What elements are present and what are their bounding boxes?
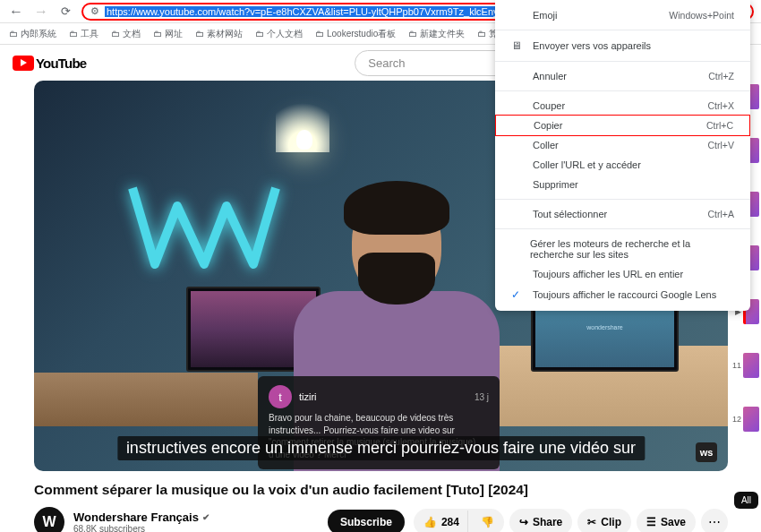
check-icon: ✓ <box>511 288 524 301</box>
bookmark-item[interactable]: 🗀Lookerstudio看板 <box>315 28 396 40</box>
comment-author: tiziri <box>299 391 467 402</box>
menu-show-full-url[interactable]: Toujours afficher les URL en entier <box>495 264 750 284</box>
action-buttons: 👍284 👎 ↪Share ✂Clip ☰Save ⋯ <box>414 509 728 532</box>
menu-send-devices[interactable]: 🖥Envoyer vers vos appareils <box>495 35 750 56</box>
dislike-button[interactable]: 👎 <box>473 511 504 532</box>
folder-icon: 🗀 <box>69 29 78 39</box>
reload-button[interactable]: ⟳ <box>57 4 74 18</box>
comment-avatar: t <box>269 385 292 408</box>
channel-name[interactable]: Wondershare Français✔ <box>73 511 319 524</box>
back-button[interactable]: ← <box>7 4 25 20</box>
comment-time: 13 j <box>475 392 489 402</box>
thumbs-up-icon: 👍 <box>423 516 437 528</box>
folder-icon: 🗀 <box>9 29 18 39</box>
menu-separator <box>495 199 750 200</box>
youtube-play-icon <box>13 56 34 71</box>
channel-info: Wondershare Français✔ 68.8K subscribers <box>73 511 319 532</box>
filter-chip-all[interactable]: All <box>734 492 758 509</box>
folder-icon: 🗀 <box>111 29 120 39</box>
caption: instructives encore un immense merci pou… <box>117 436 645 460</box>
folder-icon: 🗀 <box>408 29 417 39</box>
menu-separator <box>495 30 750 30</box>
scissors-icon: ✂ <box>587 516 596 528</box>
folder-icon: 🗀 <box>195 29 204 39</box>
menu-separator <box>495 228 750 229</box>
bookmark-item[interactable]: 🗀个人文档 <box>255 28 303 40</box>
meta-row: W Wondershare Français✔ 68.8K subscriber… <box>34 507 728 532</box>
subscriber-count: 68.8K subscribers <box>73 524 319 532</box>
folder-icon: 🗀 <box>153 29 162 39</box>
thumbs-down-icon: 👎 <box>481 516 494 528</box>
bookmark-item[interactable]: 🗀内郎系統 <box>9 28 56 40</box>
playlist-item[interactable]: 12 <box>743 407 759 432</box>
bookmark-item[interactable]: 🗀文档 <box>111 28 141 40</box>
like-button[interactable]: 👍284 <box>414 511 468 532</box>
context-menu: EmojiWindows+Point 🖥Envoyer vers vos app… <box>495 0 750 311</box>
folder-icon: 🗀 <box>255 29 264 39</box>
menu-show-lens[interactable]: ✓Toujours afficher le raccourci Google L… <box>495 284 750 305</box>
bookmark-item[interactable]: 🗀新建文件夹 <box>408 28 465 40</box>
menu-paste[interactable]: CollerCtrl+V <box>495 135 750 155</box>
playlist-item[interactable]: 11 <box>743 353 759 378</box>
bookmark-item[interactable]: 🗀网址 <box>153 28 183 40</box>
save-button[interactable]: ☰Save <box>637 509 696 532</box>
bookmark-item[interactable]: 🗀工具 <box>69 28 98 40</box>
folder-icon: 🗀 <box>315 29 324 39</box>
menu-copy[interactable]: CopierCtrl+C <box>495 115 750 136</box>
menu-select-all[interactable]: Tout sélectionnerCtrl+A <box>495 204 750 224</box>
devices-icon: 🖥 <box>511 39 524 52</box>
menu-paste-go[interactable]: Coller l'URL et y accéder <box>495 155 750 175</box>
more-actions-button[interactable]: ⋯ <box>701 509 728 532</box>
share-button[interactable]: ↪Share <box>509 509 572 532</box>
menu-search-engines[interactable]: Gérer les moteurs de recherche et la rec… <box>495 234 750 264</box>
like-dislike-pill: 👍284 👎 <box>414 509 504 532</box>
menu-separator <box>495 61 750 62</box>
menu-undo[interactable]: AnnulerCtrl+Z <box>495 66 750 86</box>
forward-button[interactable]: → <box>32 4 50 20</box>
video-title: Comment séparer la musique ou la voix d'… <box>34 482 728 498</box>
channel-avatar[interactable]: W <box>34 507 64 532</box>
youtube-text: YouTube <box>36 56 86 71</box>
bookmark-icon: ☰ <box>646 516 656 528</box>
menu-separator <box>495 90 750 91</box>
verified-icon: ✔ <box>202 512 209 522</box>
share-icon: ↪ <box>519 516 528 528</box>
watermark-icon[interactable]: ws <box>696 442 717 462</box>
menu-delete[interactable]: Supprimer <box>495 175 750 194</box>
bookmark-item[interactable]: 🗀素材网站 <box>195 28 243 40</box>
menu-cut[interactable]: CouperCtrl+X <box>495 96 750 116</box>
youtube-logo[interactable]: YouTube <box>13 56 86 71</box>
menu-emoji[interactable]: EmojiWindows+Point <box>495 5 750 25</box>
site-settings-icon[interactable]: ⚙ <box>90 5 99 17</box>
subscribe-button[interactable]: Subscribe <box>328 510 405 532</box>
folder-icon: 🗀 <box>477 29 486 39</box>
clip-button[interactable]: ✂Clip <box>577 509 631 532</box>
